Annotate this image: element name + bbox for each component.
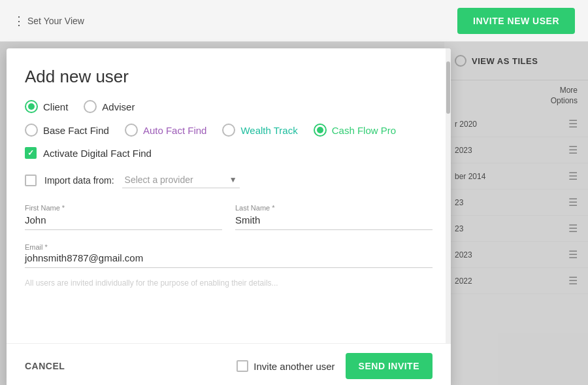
- set-your-view-label: Set Your View: [27, 16, 84, 26]
- adviser-radio-option[interactable]: Adviser: [84, 100, 135, 113]
- dots-icon: ⋮: [13, 14, 24, 28]
- client-label: Client: [43, 101, 68, 112]
- first-name-field[interactable]: First Name * John: [25, 204, 222, 230]
- email-field-container[interactable]: Email * johnsmith8787@gmail.com: [25, 241, 433, 268]
- activate-digital-row: ✓ Activate Digital Fact Find: [25, 147, 433, 159]
- wealth-track-option[interactable]: Wealth Track: [222, 124, 297, 137]
- footer-right: Invite another user SEND INVITE: [237, 353, 433, 379]
- client-radio-option[interactable]: Client: [25, 100, 68, 113]
- wealth-track-radio[interactable]: [222, 124, 235, 137]
- scroll-thumb: [446, 61, 450, 114]
- cancel-button[interactable]: CANCEL: [25, 361, 65, 371]
- chevron-down-icon: ▼: [229, 175, 237, 184]
- faded-description: All users are invited individually for t…: [25, 278, 433, 288]
- auto-fact-find-label: Auto Fact Find: [143, 125, 207, 136]
- email-label: Email *: [25, 243, 48, 251]
- auto-fact-find-radio[interactable]: [125, 124, 138, 137]
- cash-flow-pro-radio[interactable]: [314, 124, 327, 137]
- import-checkbox[interactable]: [25, 175, 37, 186]
- cash-flow-pro-option[interactable]: Cash Flow Pro: [314, 124, 396, 137]
- fact-find-radio-group: Base Fact Find Auto Fact Find Wealth Tra…: [25, 124, 433, 137]
- adviser-radio[interactable]: [84, 100, 97, 113]
- modal-footer: CANCEL Invite another user SEND INVITE: [7, 343, 451, 385]
- user-type-radio-group: Client Adviser: [25, 100, 433, 113]
- invite-another-row: Invite another user: [237, 360, 335, 372]
- modal-overlay: Add new user Client Adviser: [0, 42, 588, 385]
- email-value[interactable]: johnsmith8787@gmail.com: [25, 252, 433, 268]
- invite-another-checkbox[interactable]: [237, 360, 248, 372]
- scrollbar[interactable]: [446, 48, 451, 343]
- activate-digital-checkbox[interactable]: ✓: [25, 147, 37, 159]
- auto-fact-find-option[interactable]: Auto Fact Find: [125, 124, 207, 137]
- last-name-value[interactable]: Smith: [235, 214, 433, 230]
- first-name-value[interactable]: John: [25, 214, 222, 230]
- cash-flow-pro-label: Cash Flow Pro: [332, 125, 396, 136]
- adviser-label: Adviser: [102, 101, 135, 112]
- invite-another-label: Invite another user: [253, 361, 335, 372]
- last-name-field[interactable]: Last Name * Smith: [235, 204, 433, 230]
- provider-select[interactable]: Select a provider ▼: [122, 172, 240, 188]
- first-name-label: First Name *: [25, 204, 222, 212]
- client-radio[interactable]: [25, 100, 38, 113]
- send-invite-button[interactable]: SEND INVITE: [346, 353, 433, 379]
- import-row: Import data from: Select a provider ▼: [25, 172, 433, 188]
- wealth-track-label: Wealth Track: [240, 125, 297, 136]
- base-fact-find-option[interactable]: Base Fact Find: [25, 124, 109, 137]
- modal-title: Add new user: [25, 67, 433, 87]
- import-label: Import data from:: [44, 175, 114, 186]
- invite-new-user-button[interactable]: INVITE NEW USER: [457, 8, 575, 34]
- last-name-label: Last Name *: [235, 204, 433, 212]
- name-fields-row: First Name * John Last Name * Smith: [25, 204, 433, 230]
- provider-placeholder: Select a provider: [125, 175, 225, 185]
- base-fact-find-label: Base Fact Find: [43, 125, 109, 136]
- activate-digital-label: Activate Digital Fact Find: [43, 148, 152, 159]
- base-fact-find-radio[interactable]: [25, 124, 38, 137]
- add-new-user-modal: Add new user Client Adviser: [7, 48, 451, 385]
- set-your-view: ⋮ Set Your View: [13, 14, 84, 28]
